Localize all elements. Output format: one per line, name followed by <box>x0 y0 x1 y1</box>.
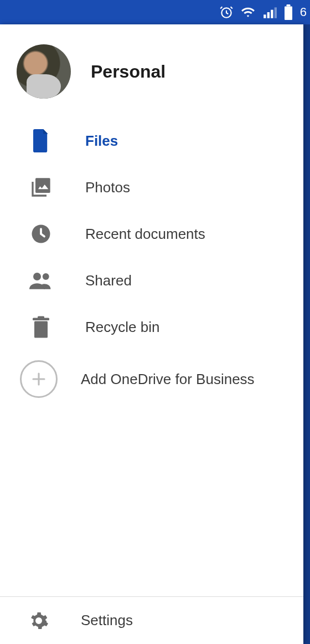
svg-rect-2 <box>267 12 269 18</box>
svg-point-10 <box>43 273 49 280</box>
trash-icon <box>29 316 53 338</box>
avatar <box>17 44 71 99</box>
svg-rect-6 <box>286 4 290 7</box>
gear-icon <box>29 611 49 631</box>
account-title: Personal <box>91 62 166 82</box>
nav-label-photos: Photos <box>85 179 130 196</box>
drawer-spacer <box>0 401 303 596</box>
account-header[interactable]: Personal <box>0 24 303 117</box>
plus-icon <box>20 360 58 398</box>
settings-label: Settings <box>81 612 133 629</box>
nav-item-shared[interactable]: Shared <box>0 257 303 304</box>
status-bar: 6 <box>0 0 310 24</box>
battery-icon <box>283 4 293 20</box>
status-time: 6 <box>300 5 307 19</box>
settings-item[interactable]: Settings <box>0 596 303 644</box>
svg-point-9 <box>33 273 41 280</box>
nav-item-recent[interactable]: Recent documents <box>0 211 303 257</box>
file-icon <box>29 129 53 152</box>
nav-item-photos[interactable]: Photos <box>0 164 303 211</box>
photos-icon <box>29 176 53 198</box>
svg-rect-7 <box>35 178 50 193</box>
add-business-label: Add OneDrive for Business <box>81 371 255 388</box>
svg-rect-11 <box>34 321 48 338</box>
svg-rect-5 <box>285 7 292 21</box>
navigation-drawer: Personal Files Photos <box>0 24 303 644</box>
drawer-scrim[interactable] <box>303 24 310 644</box>
signal-icon <box>262 5 277 19</box>
add-business-button[interactable]: Add OneDrive for Business <box>0 350 303 401</box>
nav-list: Files Photos Recent documents <box>0 117 303 350</box>
nav-label-files: Files <box>85 132 118 150</box>
nav-label-shared: Shared <box>85 272 132 289</box>
wifi-icon <box>240 5 256 19</box>
nav-item-files[interactable]: Files <box>0 117 303 164</box>
nav-item-recycle[interactable]: Recycle bin <box>0 304 303 350</box>
alarm-icon <box>219 5 234 19</box>
svg-rect-3 <box>271 10 273 18</box>
clock-icon <box>29 224 53 244</box>
svg-rect-4 <box>274 7 276 18</box>
svg-rect-13 <box>38 316 44 319</box>
svg-rect-1 <box>264 14 266 18</box>
nav-label-recycle: Recycle bin <box>85 319 159 336</box>
nav-label-recent: Recent documents <box>85 226 205 243</box>
people-icon <box>29 271 53 290</box>
